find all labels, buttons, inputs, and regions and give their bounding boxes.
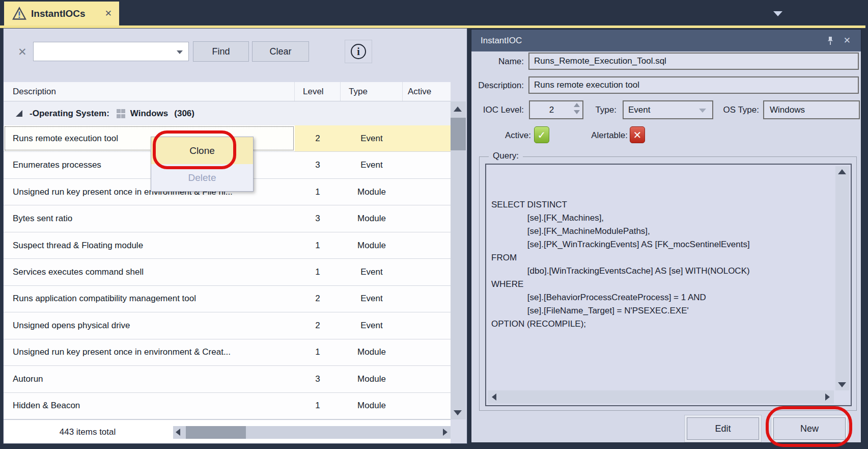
row-description[interactable]: Unsigned run key present once in environ… bbox=[4, 339, 295, 365]
row-type[interactable]: Module bbox=[341, 393, 403, 419]
row-active[interactable] bbox=[403, 205, 451, 231]
row-description[interactable]: Hidden & Beacon bbox=[4, 393, 295, 419]
row-description[interactable]: Services executes command shell bbox=[4, 259, 295, 285]
scroll-down-icon[interactable] bbox=[454, 410, 462, 415]
row-active[interactable] bbox=[403, 179, 451, 205]
table-row[interactable]: Bytes sent ratio 3 Module bbox=[4, 205, 451, 232]
row-level[interactable]: 1 bbox=[295, 259, 341, 285]
row-level[interactable]: 3 bbox=[295, 205, 341, 231]
row-type[interactable]: Event bbox=[341, 312, 403, 338]
row-type[interactable]: Module bbox=[341, 179, 403, 205]
row-active[interactable] bbox=[403, 125, 451, 151]
row-active[interactable] bbox=[403, 286, 451, 312]
group-count: (306) bbox=[174, 109, 194, 119]
column-header-active[interactable]: Active bbox=[403, 82, 451, 101]
row-description[interactable]: Unsigned opens physical drive bbox=[4, 312, 295, 338]
query-scroll-left-icon[interactable] bbox=[492, 393, 496, 401]
name-field[interactable]: Runs_Remote_Execution_Tool.sql bbox=[528, 52, 859, 70]
instant-ioc-detail-panel: InstantIOC ✕ Name: Runs_Remote_Execution… bbox=[471, 29, 861, 443]
description-field[interactable]: Runs remote execution tool bbox=[528, 76, 859, 94]
vertical-scrollbar-thumb[interactable] bbox=[451, 118, 466, 150]
row-type[interactable]: Event bbox=[341, 152, 403, 178]
tabbar-dropdown-icon[interactable] bbox=[773, 11, 782, 16]
horizontal-scrollbar[interactable] bbox=[173, 426, 451, 439]
row-level[interactable]: 1 bbox=[295, 393, 341, 419]
clear-search-icon[interactable]: ✕ bbox=[18, 46, 27, 58]
alertable-label: Alertable: bbox=[575, 130, 628, 141]
detail-panel-title: InstantIOC bbox=[481, 36, 826, 46]
info-icon: i bbox=[351, 44, 366, 59]
row-type[interactable]: Event bbox=[341, 125, 403, 151]
table-row[interactable]: Autorun 3 Module bbox=[4, 366, 451, 392]
row-active[interactable] bbox=[403, 152, 451, 178]
query-editor[interactable]: SELECT DISTINCT [se].[FK_Machines], [se]… bbox=[485, 164, 852, 406]
row-level[interactable]: 1 bbox=[295, 339, 341, 365]
query-vertical-scrollbar[interactable] bbox=[835, 166, 849, 390]
row-active[interactable] bbox=[403, 312, 451, 338]
scroll-up-icon[interactable] bbox=[454, 107, 462, 112]
os-type-label: OS Type: bbox=[711, 105, 759, 115]
column-header-level[interactable]: Level bbox=[295, 82, 341, 101]
pin-icon[interactable] bbox=[826, 36, 834, 45]
row-level[interactable]: 3 bbox=[295, 152, 341, 178]
row-level[interactable]: 2 bbox=[295, 125, 341, 151]
row-type[interactable]: Event bbox=[341, 259, 403, 285]
group-expander-icon[interactable] bbox=[16, 110, 22, 117]
type-dropdown-icon[interactable] bbox=[699, 109, 706, 113]
vertical-scrollbar[interactable] bbox=[451, 101, 466, 419]
row-type[interactable]: Module bbox=[341, 232, 403, 258]
row-type[interactable]: Module bbox=[341, 205, 403, 231]
type-label: Type: bbox=[568, 105, 617, 115]
os-type-field[interactable]: Windows bbox=[763, 100, 860, 119]
clear-button[interactable]: Clear bbox=[252, 41, 309, 62]
table-row[interactable]: Unsigned run key present once in environ… bbox=[4, 339, 451, 366]
scroll-right-icon[interactable] bbox=[443, 429, 447, 436]
ioc-list-panel: ✕ Find Clear i Description Level Type Ac… bbox=[3, 28, 467, 444]
search-input[interactable] bbox=[33, 42, 189, 61]
scroll-left-icon[interactable] bbox=[176, 429, 180, 436]
table-row[interactable]: Services executes command shell 1 Event bbox=[4, 259, 451, 285]
query-horizontal-scrollbar[interactable] bbox=[488, 390, 834, 404]
row-level[interactable]: 2 bbox=[295, 312, 341, 338]
row-description[interactable]: Bytes sent ratio bbox=[4, 205, 295, 231]
row-level[interactable]: 2 bbox=[295, 286, 341, 312]
type-value: Event bbox=[628, 105, 650, 115]
table-row[interactable]: Hidden & Beacon 1 Module bbox=[4, 393, 451, 419]
edit-button[interactable]: Edit bbox=[687, 417, 759, 440]
table-row[interactable]: Unsigned opens physical drive 2 Event bbox=[4, 312, 451, 339]
row-type[interactable]: Module bbox=[341, 339, 403, 365]
tab-instantiocs[interactable]: InstantIOCs ✕ bbox=[4, 2, 119, 25]
row-level[interactable]: 1 bbox=[295, 179, 341, 205]
query-scroll-up-icon[interactable] bbox=[838, 169, 846, 174]
type-dropdown[interactable]: Event bbox=[623, 100, 713, 119]
column-header-description[interactable]: Description bbox=[4, 82, 295, 101]
table-row[interactable]: Suspect thread & Floating module 1 Modul… bbox=[4, 232, 451, 259]
group-row-operating-system[interactable]: -Operating System: Windows (306) bbox=[4, 101, 451, 125]
column-header-type[interactable]: Type bbox=[341, 82, 403, 101]
row-description[interactable]: Autorun bbox=[4, 366, 295, 392]
alertable-checkbox[interactable]: ✕ bbox=[630, 126, 645, 143]
tab-close-icon[interactable]: ✕ bbox=[104, 8, 113, 19]
ioc-level-value: 2 bbox=[549, 105, 554, 115]
row-type[interactable]: Event bbox=[341, 286, 403, 312]
find-button[interactable]: Find bbox=[193, 41, 249, 62]
row-active[interactable] bbox=[403, 232, 451, 258]
row-active[interactable] bbox=[403, 259, 451, 285]
row-type[interactable]: Module bbox=[341, 366, 403, 392]
row-description[interactable]: Runs application compatibility managemen… bbox=[4, 286, 295, 312]
row-active[interactable] bbox=[403, 339, 451, 365]
row-level[interactable]: 1 bbox=[295, 232, 341, 258]
query-label: Query: bbox=[489, 151, 523, 161]
row-active[interactable] bbox=[403, 393, 451, 419]
detail-panel-close-icon[interactable]: ✕ bbox=[844, 35, 851, 46]
horizontal-scrollbar-thumb[interactable] bbox=[186, 426, 246, 439]
active-checkbox[interactable]: ✓ bbox=[534, 126, 549, 143]
table-row[interactable]: Runs application compatibility managemen… bbox=[4, 286, 451, 312]
combo-dropdown-icon[interactable] bbox=[177, 50, 183, 54]
row-active[interactable] bbox=[403, 366, 451, 392]
info-button[interactable]: i bbox=[345, 40, 372, 63]
row-description[interactable]: Suspect thread & Floating module bbox=[4, 232, 295, 258]
row-level[interactable]: 3 bbox=[295, 366, 341, 392]
query-scroll-down-icon[interactable] bbox=[838, 382, 846, 387]
query-scroll-right-icon[interactable] bbox=[825, 393, 830, 401]
